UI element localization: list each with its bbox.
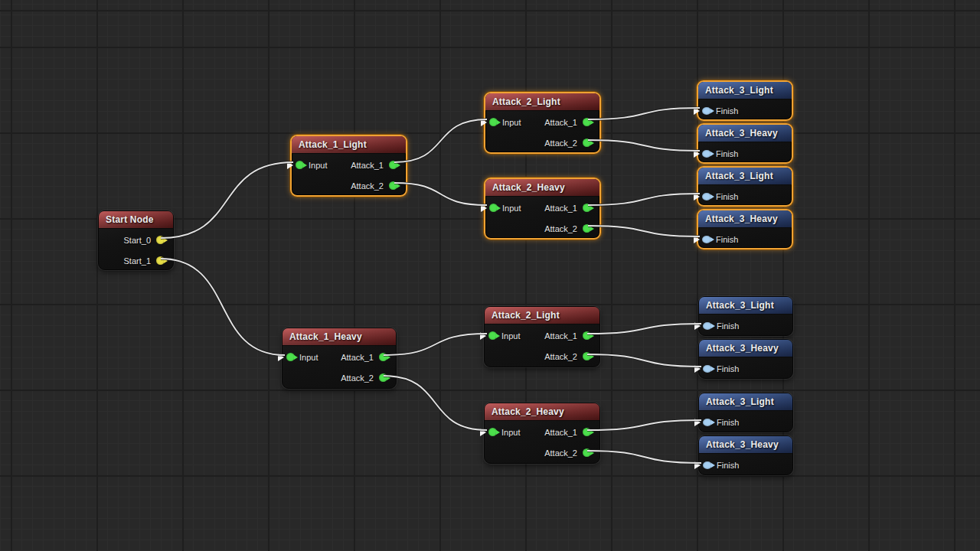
- node-header[interactable]: Attack_3_Light: [698, 168, 792, 185]
- blueprint-graph-canvas[interactable]: Start NodeStart_0Start_1Attack_1_LightIn…: [0, 0, 980, 551]
- output-pin-attack_1[interactable]: Attack_1: [544, 428, 599, 437]
- input-pin-finish[interactable]: Finish: [698, 235, 738, 244]
- node-header[interactable]: Attack_1_Light: [292, 136, 406, 154]
- finish-pin-icon[interactable]: [702, 193, 711, 201]
- wire-attack2_light_top.Attack_1-to-attack3_light_1.Finish[interactable]: [588, 108, 700, 119]
- graph-node-attack3_light_3[interactable]: Attack_3_LightFinish: [697, 166, 793, 207]
- graph-node-attack3_heavy_8[interactable]: Attack_3_HeavyFinish: [698, 435, 793, 475]
- input-pin-finish[interactable]: Finish: [698, 192, 738, 201]
- finish-pin-icon[interactable]: [703, 461, 712, 469]
- graph-node-attack3_heavy_4[interactable]: Attack_3_HeavyFinish: [697, 209, 793, 249]
- output-pin-attack_1[interactable]: Attack_1: [341, 353, 396, 362]
- wire-start.Start_1-to-attack1_heavy.Input[interactable]: [161, 259, 285, 355]
- input-pin-icon[interactable]: [488, 331, 497, 340]
- output-pin-start_0[interactable]: Start_0: [124, 236, 173, 245]
- attack_1-pin-icon[interactable]: [583, 204, 591, 212]
- wire-attack2_light_top.Attack_2-to-attack3_heavy_2.Finish[interactable]: [588, 140, 700, 151]
- attack_2-pin-icon[interactable]: [583, 352, 591, 360]
- wire-attack2_light_btm.Attack_2-to-attack3_heavy_6.Finish[interactable]: [587, 354, 701, 367]
- graph-node-attack2_light_top[interactable]: Attack_2_LightInputAttack_1Attack_2: [484, 92, 601, 154]
- finish-pin-icon[interactable]: [703, 419, 712, 426]
- output-pin-attack_2[interactable]: Attack_2: [544, 352, 599, 361]
- input-pin-input[interactable]: Input: [485, 331, 520, 341]
- graph-node-attack2_heavy_top[interactable]: Attack_2_HeavyInputAttack_1Attack_2: [484, 178, 601, 240]
- wire-attack1_heavy.Attack_2-to-attack2_heavy_btm.Input[interactable]: [384, 376, 487, 430]
- start_1-pin-icon[interactable]: [156, 256, 165, 265]
- wire-attack2_heavy_btm.Attack_2-to-attack3_heavy_8.Finish[interactable]: [587, 451, 701, 463]
- node-header[interactable]: Attack_2_Light: [485, 93, 599, 111]
- node-header[interactable]: Attack_1_Heavy: [283, 328, 396, 346]
- input-pin-icon[interactable]: [488, 428, 497, 436]
- graph-node-attack1_heavy[interactable]: Attack_1_HeavyInputAttack_1Attack_2: [282, 328, 397, 389]
- attack_2-pin-icon[interactable]: [583, 139, 591, 147]
- node-header[interactable]: Attack_2_Heavy: [485, 403, 599, 421]
- graph-node-attack2_light_btm[interactable]: Attack_2_LightInputAttack_1Attack_2: [484, 306, 600, 367]
- input-pin-input[interactable]: Input: [292, 161, 327, 170]
- graph-node-attack2_heavy_btm[interactable]: Attack_2_HeavyInputAttack_1Attack_2: [484, 403, 600, 464]
- wire-attack1_heavy.Attack_1-to-attack2_light_btm.Input[interactable]: [384, 334, 487, 355]
- node-header[interactable]: Attack_3_Light: [699, 393, 792, 411]
- input-pin-finish[interactable]: Finish: [699, 461, 739, 470]
- finish-pin-icon[interactable]: [702, 150, 711, 158]
- input-pin-input[interactable]: Input: [485, 204, 521, 213]
- input-pin-icon[interactable]: [286, 353, 295, 361]
- node-header[interactable]: Start Node: [99, 211, 173, 229]
- output-pin-attack_2[interactable]: Attack_2: [351, 181, 406, 191]
- attack_1-pin-icon[interactable]: [389, 161, 397, 169]
- node-header[interactable]: Attack_3_Heavy: [698, 125, 792, 142]
- input-pin-finish[interactable]: Finish: [699, 321, 739, 331]
- node-header[interactable]: Attack_3_Heavy: [699, 436, 792, 454]
- output-pin-attack_2[interactable]: Attack_2: [341, 373, 396, 383]
- output-pin-attack_1[interactable]: Attack_1: [544, 118, 599, 127]
- finish-pin-icon[interactable]: [702, 236, 711, 243]
- output-pin-start_1[interactable]: Start_1: [124, 256, 173, 266]
- node-header[interactable]: Attack_2_Light: [485, 307, 599, 324]
- output-pin-attack_1[interactable]: Attack_1: [544, 204, 599, 213]
- attack_2-pin-icon[interactable]: [583, 224, 591, 233]
- attack_1-pin-icon[interactable]: [583, 428, 591, 436]
- attack_1-pin-icon[interactable]: [379, 353, 387, 361]
- attack_1-pin-icon[interactable]: [583, 118, 591, 126]
- input-pin-finish[interactable]: Finish: [699, 418, 739, 427]
- node-header[interactable]: Attack_2_Heavy: [485, 179, 599, 197]
- finish-pin-icon[interactable]: [703, 365, 712, 373]
- node-header[interactable]: Attack_3_Light: [699, 297, 792, 315]
- output-pin-attack_2[interactable]: Attack_2: [544, 139, 599, 148]
- output-pin-attack_2[interactable]: Attack_2: [544, 448, 599, 458]
- input-pin-finish[interactable]: Finish: [699, 364, 739, 373]
- attack_2-pin-icon[interactable]: [379, 373, 387, 382]
- graph-node-attack3_heavy_6[interactable]: Attack_3_HeavyFinish: [698, 339, 793, 379]
- graph-node-attack3_heavy_2[interactable]: Attack_3_HeavyFinish: [697, 123, 793, 164]
- output-pin-attack_1[interactable]: Attack_1: [351, 161, 406, 170]
- node-header[interactable]: Attack_3_Heavy: [698, 210, 792, 228]
- input-pin-icon[interactable]: [489, 118, 498, 126]
- attack_1-pin-icon[interactable]: [583, 331, 591, 340]
- start_0-pin-icon[interactable]: [156, 236, 165, 244]
- attack_2-pin-icon[interactable]: [389, 181, 397, 190]
- graph-node-attack1_light[interactable]: Attack_1_LightInputAttack_1Attack_2: [290, 135, 407, 197]
- wire-attack2_heavy_top.Attack_2-to-attack3_heavy_4.Finish[interactable]: [588, 226, 700, 236]
- graph-node-start[interactable]: Start NodeStart_0Start_1: [98, 210, 174, 270]
- input-pin-finish[interactable]: Finish: [698, 149, 738, 158]
- finish-pin-icon[interactable]: [703, 322, 712, 330]
- input-pin-icon[interactable]: [489, 204, 498, 212]
- output-pin-attack_1[interactable]: Attack_1: [544, 331, 599, 341]
- output-pin-attack_2[interactable]: Attack_2: [544, 224, 599, 233]
- wire-attack2_heavy_top.Attack_1-to-attack3_light_3.Finish[interactable]: [588, 194, 700, 205]
- graph-node-attack3_light_7[interactable]: Attack_3_LightFinish: [698, 393, 793, 432]
- node-header[interactable]: Attack_3_Heavy: [699, 340, 792, 357]
- wire-attack1_light.Attack_2-to-attack2_heavy_top.Input[interactable]: [394, 183, 487, 205]
- node-header[interactable]: Attack_3_Light: [698, 82, 792, 99]
- wire-start.Start_0-to-attack1_light.Input[interactable]: [161, 162, 293, 238]
- attack_2-pin-icon[interactable]: [583, 448, 591, 457]
- wire-attack2_heavy_btm.Attack_1-to-attack3_light_7.Finish[interactable]: [587, 420, 701, 430]
- finish-pin-icon[interactable]: [702, 107, 711, 115]
- graph-node-attack3_light_1[interactable]: Attack_3_LightFinish: [697, 80, 793, 121]
- input-pin-icon[interactable]: [296, 161, 304, 169]
- graph-node-attack3_light_5[interactable]: Attack_3_LightFinish: [698, 296, 793, 336]
- input-pin-finish[interactable]: Finish: [698, 106, 738, 116]
- wire-attack1_light.Attack_1-to-attack2_light_top.Input[interactable]: [394, 119, 487, 162]
- input-pin-input[interactable]: Input: [283, 353, 318, 362]
- wire-attack2_light_btm.Attack_1-to-attack3_light_5.Finish[interactable]: [587, 324, 701, 334]
- input-pin-input[interactable]: Input: [485, 118, 521, 127]
